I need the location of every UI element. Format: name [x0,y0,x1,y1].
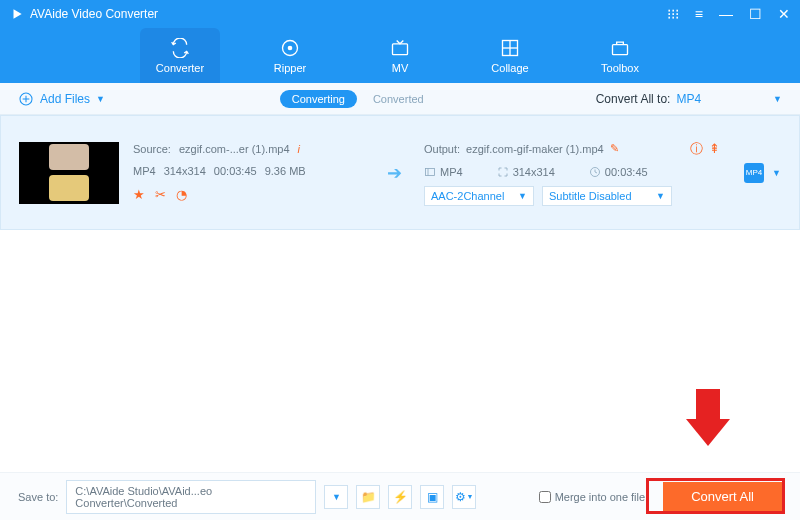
toolbox-icon [610,38,630,58]
svg-marker-0 [14,9,22,18]
settings-button[interactable]: ⚙▼ [452,485,476,509]
svg-rect-14 [696,389,720,419]
source-size: 9.36 MB [265,165,306,177]
compress-icon[interactable]: ⇞ [709,141,720,156]
svg-rect-3 [393,43,408,54]
converter-icon [170,38,190,58]
source-label: Source: [133,143,171,155]
app-title: AVAide Video Converter [30,7,158,21]
info-icon[interactable]: i [298,143,300,155]
item-actions: MP4 ▼ [744,163,781,183]
app-logo: AVAide Video Converter [10,7,158,21]
status-tabs: Converting Converted [280,90,436,108]
ripper-icon [280,38,300,58]
nav-ripper[interactable]: Ripper [250,28,330,83]
nav-toolbox[interactable]: Toolbox [580,28,660,83]
audio-select-value: AAC-2Channel [431,190,504,202]
tab-converted[interactable]: Converted [361,90,436,108]
close-icon[interactable]: ✕ [778,6,790,22]
window-controls: ⁝⁝⁝ ≡ — ☐ ✕ [667,6,790,22]
convert-all-button[interactable]: Convert All [663,482,782,512]
titlebar: AVAide Video Converter ⁝⁝⁝ ≡ — ☐ ✕ [0,0,800,28]
output-format-select[interactable]: MP4 [676,92,701,106]
subtitle-select-value: Subtitle Disabled [549,190,632,202]
nav-label: Toolbox [601,62,639,74]
chevron-down-icon[interactable]: ▼ [772,168,781,178]
play-logo-icon [10,7,24,21]
nav-label: Converter [156,62,204,74]
output-duration: 00:03:45 [605,166,648,178]
open-folder-button[interactable]: 📁 [356,485,380,509]
video-thumbnail[interactable] [19,142,119,204]
cut-icon[interactable]: ✂ [155,187,166,202]
svg-rect-11 [426,168,435,175]
format-chip[interactable]: MP4 [744,163,764,183]
svg-marker-15 [686,419,730,446]
mv-icon [390,38,410,58]
add-files-button[interactable]: Add Files ▼ [18,91,105,107]
clock-icon [589,166,601,178]
feedback-icon[interactable]: ⁝⁝⁝ [667,6,679,22]
chevron-down-icon: ▼ [96,94,105,104]
nav-label: Ripper [274,62,306,74]
audio-select[interactable]: AAC-2Channel▼ [424,186,534,206]
merge-checkbox-input[interactable] [539,491,551,503]
nav-mv[interactable]: MV [360,28,440,83]
save-path-input[interactable]: C:\AVAide Studio\AVAid...eo Converter\Co… [66,480,316,514]
star-icon[interactable]: ★ [133,187,145,202]
nav-converter[interactable]: Converter [140,28,220,83]
output-filename: ezgif.com-gif-maker (1).mp4 [466,143,604,155]
chevron-down-icon[interactable]: ▼ [773,94,782,104]
add-files-label: Add Files [40,92,90,106]
maximize-icon[interactable]: ☐ [749,6,762,22]
nav-label: Collage [491,62,528,74]
source-duration: 00:03:45 [214,165,257,177]
sub-toolbar: Add Files ▼ Converting Converted Convert… [0,83,800,115]
path-dropdown[interactable]: ▼ [324,485,348,509]
svg-rect-7 [613,44,628,54]
edit-icon[interactable]: ✎ [610,142,619,155]
plus-circle-icon [18,91,34,107]
file-item: Source: ezgif.com-...er (1).mp4 i MP4 31… [0,115,800,230]
source-filename: ezgif.com-...er (1).mp4 [179,143,290,155]
merge-label: Merge into one file [555,491,646,503]
gpu-button[interactable]: ▣ [420,485,444,509]
callout-arrow-icon [678,384,738,454]
svg-point-2 [288,46,291,49]
tab-converting[interactable]: Converting [280,90,357,108]
output-resolution: 314x314 [513,166,555,178]
menu-icon[interactable]: ≡ [695,6,703,22]
source-column: Source: ezgif.com-...er (1).mp4 i MP4 31… [133,143,353,202]
save-to-label: Save to: [18,491,58,503]
collage-icon [500,38,520,58]
source-format: MP4 [133,165,156,177]
arrow-icon: ➔ [387,162,402,184]
nav-collage[interactable]: Collage [470,28,550,83]
subtitle-select[interactable]: Subtitle Disabled▼ [542,186,672,206]
output-column: Output: ezgif.com-gif-maker (1).mp4 ✎ ⓘ … [424,140,720,206]
merge-checkbox[interactable]: Merge into one file [539,491,646,503]
output-format: MP4 [440,166,463,178]
source-resolution: 314x314 [164,165,206,177]
expand-icon [497,166,509,178]
palette-icon[interactable]: ◔ [176,187,187,202]
boost-button[interactable]: ⚡ [388,485,412,509]
convert-all-to: Convert All to: MP4 ▼ [596,92,782,106]
nav-label: MV [392,62,409,74]
output-label: Output: [424,143,460,155]
film-icon [424,166,436,178]
convert-all-to-label: Convert All to: [596,92,671,106]
main-nav: Converter Ripper MV Collage Toolbox [0,28,800,83]
info-circle-icon[interactable]: ⓘ [690,140,703,158]
bottom-bar: Save to: C:\AVAide Studio\AVAid...eo Con… [0,472,800,520]
minimize-icon[interactable]: — [719,6,733,22]
